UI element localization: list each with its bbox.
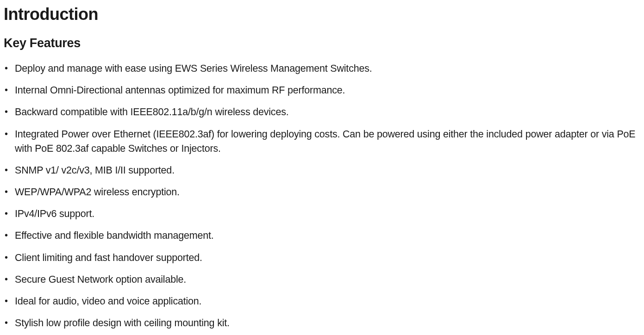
section-title: Key Features — [4, 36, 640, 50]
list-item: WEP/WPA/WPA2 wireless encryption. — [4, 185, 640, 199]
list-item: Effective and flexible bandwidth managem… — [4, 229, 640, 243]
list-item: Integrated Power over Ethernet (IEEE802.… — [4, 127, 640, 156]
list-item: Secure Guest Network option available. — [4, 273, 640, 287]
list-item: Client limiting and fast handover suppor… — [4, 251, 640, 265]
list-item: IPv4/IPv6 support. — [4, 207, 640, 221]
list-item: Stylish low profile design with ceiling … — [4, 316, 640, 330]
list-item: SNMP v1/ v2c/v3, MIB I/II supported. — [4, 163, 640, 178]
list-item: Internal Omni-Directional antennas optim… — [4, 83, 640, 98]
list-item: Ideal for audio, video and voice applica… — [4, 294, 640, 309]
feature-list: Deploy and manage with ease using EWS Se… — [4, 62, 640, 330]
list-item: Backward compatible with IEEE802.11a/b/g… — [4, 105, 640, 119]
page-title: Introduction — [4, 5, 640, 24]
list-item: Deploy and manage with ease using EWS Se… — [4, 62, 640, 76]
